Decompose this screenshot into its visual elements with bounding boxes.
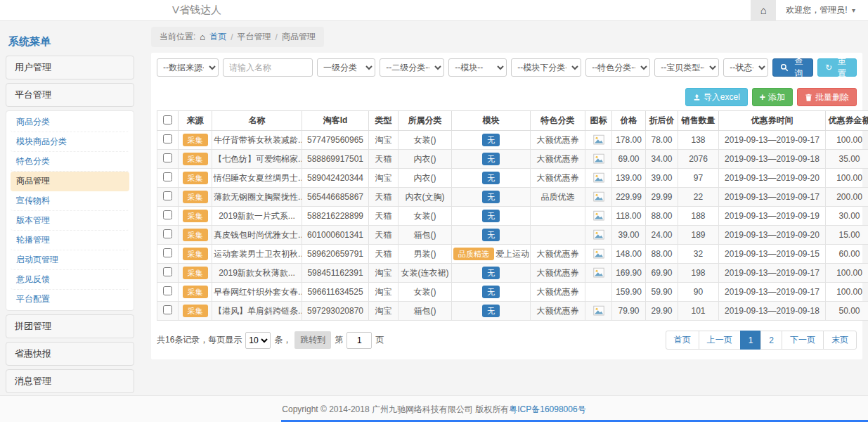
row-checkbox[interactable] <box>163 153 172 162</box>
cell-taoke-id: 565446685867 <box>302 188 369 207</box>
row-checkbox[interactable] <box>163 191 172 200</box>
source-badge: 采集 <box>183 191 208 203</box>
table-body: 采集牛仔背带裤女秋装减龄...577479560965淘宝女装()无大额优惠券1… <box>157 131 868 321</box>
add-label: 添加 <box>768 91 785 103</box>
level1-category-select[interactable]: 一级分类 <box>317 58 375 77</box>
cell-icon <box>585 302 612 321</box>
breadcrumb-link-首页[interactable]: 首页 <box>209 31 226 43</box>
page-button-2[interactable]: 2 <box>760 331 782 350</box>
item-type-select[interactable]: --宝贝类型-- <box>654 58 719 77</box>
column-header-taoke_id: 淘客Id <box>302 111 369 131</box>
sidebar-item-意见反馈[interactable]: 意见反馈 <box>11 270 129 290</box>
status-select[interactable]: --状态-- <box>723 58 768 77</box>
sidebar-group-消息管理[interactable]: 消息管理 <box>6 369 134 393</box>
sidebar-item-商品分类[interactable]: 商品分类 <box>11 113 129 132</box>
source-badge: 采集 <box>183 210 208 222</box>
cell-coupon-time: 2019-09-13—2019-09-15 <box>719 245 826 264</box>
batch-delete-label: 批量删除 <box>815 91 849 103</box>
page-button-首页[interactable]: 首页 <box>666 331 699 350</box>
cell-type: 天猫 <box>369 188 399 207</box>
cell-source: 采集 <box>179 283 212 302</box>
cell-sales: 97 <box>678 169 719 188</box>
jump-page-input[interactable] <box>346 332 372 349</box>
data-source-select[interactable]: --数据来源-- <box>157 58 219 77</box>
cell-feature: 品质优选 <box>531 188 585 207</box>
cell-feature <box>531 226 585 245</box>
page-button-1[interactable]: 1 <box>740 331 762 350</box>
row-checkbox[interactable] <box>163 286 172 295</box>
table-header-row: 来源名称淘客Id类型所属分类模块特色分类图标价格折后价销售数量优惠券时间优惠券金… <box>157 111 868 131</box>
row-checkbox[interactable] <box>163 172 172 181</box>
row-checkbox[interactable] <box>163 248 172 257</box>
sidebar-group-平台管理[interactable]: 平台管理 <box>6 83 134 107</box>
row-checkbox[interactable] <box>163 305 172 314</box>
module-badge: 无 <box>482 229 500 241</box>
feature-category-select[interactable]: --特色分类-- <box>585 58 650 77</box>
import-excel-button[interactable]: 导入excel <box>685 88 748 106</box>
page-button-下一页[interactable]: 下一页 <box>782 331 824 350</box>
cell-name: 牛仔背带裤女秋装减龄... <box>212 131 302 150</box>
cell-coupon-time: 2019-09-13—2019-09-20 <box>719 226 826 245</box>
cell-checkbox <box>157 150 179 169</box>
cell-discount-price: 59.90 <box>646 283 678 302</box>
sidebar-item-启动页管理[interactable]: 启动页管理 <box>11 250 129 270</box>
module-select[interactable]: --模块-- <box>448 58 507 77</box>
sidebar-group-拼团管理[interactable]: 拼团管理 <box>6 314 134 338</box>
cell-module: 无 <box>452 131 531 150</box>
cell-name: 薄款无钢圈文胸聚拢性... <box>212 188 302 207</box>
source-badge: 采集 <box>183 248 208 260</box>
row-checkbox[interactable] <box>163 229 172 238</box>
per-page-select[interactable]: 10 <box>245 332 271 349</box>
cell-sales: 188 <box>678 207 719 226</box>
page-button-末页[interactable]: 末页 <box>823 331 857 350</box>
cell-price: 139.00 <box>612 169 646 188</box>
reset-button[interactable]: ↻重置 <box>817 58 857 77</box>
products-table: 来源名称淘客Id类型所属分类模块特色分类图标价格折后价销售数量优惠券时间优惠券金… <box>157 110 868 321</box>
cell-name: 早春网红针织外套女春... <box>212 283 302 302</box>
sidebar-item-平台配置[interactable]: 平台配置 <box>11 290 129 309</box>
row-checkbox[interactable] <box>163 210 172 219</box>
cell-icon <box>585 188 612 207</box>
sidebar-group-省惠快报[interactable]: 省惠快报 <box>6 342 134 366</box>
module-badge: 无 <box>482 134 500 146</box>
level2-category-select[interactable]: --二级分类-- <box>380 58 444 77</box>
user-menu[interactable]: 欢迎您，管理员! ▾ <box>786 4 855 16</box>
batch-delete-button[interactable]: 批量删除 <box>797 88 857 106</box>
cell-feature: 大额优惠券 <box>531 245 585 264</box>
sidebar-group-用户管理[interactable]: 用户管理 <box>6 56 134 79</box>
image-placeholder-icon <box>592 248 605 260</box>
table-row: 采集早春网红针织外套女春...596611634525淘宝女装()无大额优惠券1… <box>157 283 868 302</box>
cell-source: 采集 <box>179 188 212 207</box>
name-input[interactable] <box>223 58 313 77</box>
sidebar-item-特色分类[interactable]: 特色分类 <box>11 152 129 172</box>
icp-link[interactable]: 粤ICP备16098006号 <box>509 404 585 414</box>
cell-taoke-id: 598451162391 <box>302 264 369 283</box>
sidebar-item-商品管理[interactable]: 商品管理 <box>11 172 129 191</box>
cell-taoke-id: 596611634525 <box>302 283 369 302</box>
page-button-上一页[interactable]: 上一页 <box>699 331 741 350</box>
cell-coupon-amount: 30.00 <box>826 207 868 226</box>
table-row: 采集【港风】单肩斜跨链条...597293020870淘宝箱包()无大额优惠券7… <box>157 302 868 321</box>
home-icon[interactable]: ⌂ <box>751 0 776 20</box>
jump-button[interactable]: 跳转到 <box>294 331 331 349</box>
cell-coupon-amount: 200.00 <box>826 188 868 207</box>
add-button[interactable]: + 添加 <box>752 88 793 106</box>
cell-discount-price: 88.00 <box>646 245 678 264</box>
cell-discount-price: 88.00 <box>646 207 678 226</box>
sidebar-item-版本管理[interactable]: 版本管理 <box>11 211 129 231</box>
cell-sales: 101 <box>678 302 719 321</box>
row-checkbox[interactable] <box>163 267 172 276</box>
cell-icon <box>585 264 612 283</box>
sidebar-item-宣传物料[interactable]: 宣传物料 <box>11 191 129 211</box>
select-all-checkbox[interactable] <box>163 115 172 124</box>
column-header-name: 名称 <box>212 111 302 131</box>
column-header-feature: 特色分类 <box>531 111 585 131</box>
search-button[interactable]: 查询 <box>772 58 813 77</box>
cell-type: 淘宝 <box>369 302 399 321</box>
sidebar-item-轮播管理[interactable]: 轮播管理 <box>11 231 129 250</box>
cell-discount-price: 29.90 <box>646 302 678 321</box>
sidebar-item-模块商品分类[interactable]: 模块商品分类 <box>11 132 129 152</box>
cell-price: 39.00 <box>612 226 646 245</box>
row-checkbox[interactable] <box>163 134 172 143</box>
module-subcategory-select[interactable]: --模块下分类-- <box>511 58 581 77</box>
